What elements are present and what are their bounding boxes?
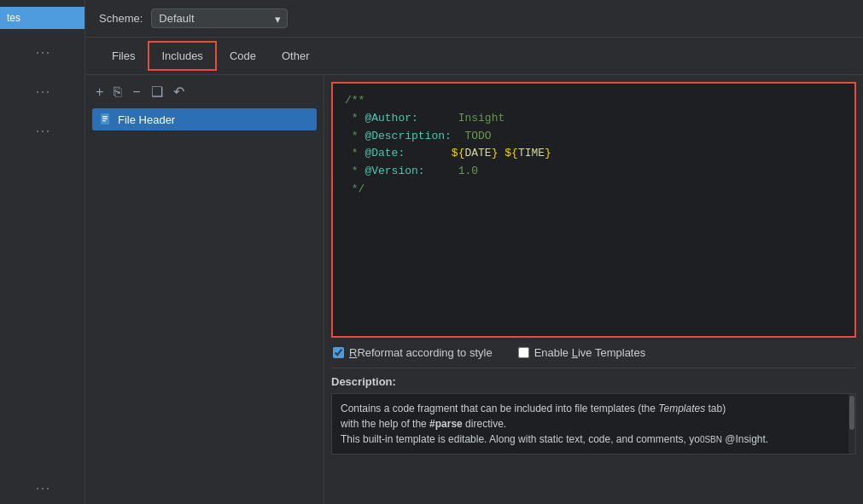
template-name-file-header: File Header (118, 113, 175, 126)
description-box: Contains a code fragment that can be inc… (331, 393, 856, 455)
sidebar-dots-1: ⋯ (35, 43, 50, 61)
template-item-file-header[interactable]: File Header (92, 108, 317, 130)
sidebar-dots-4: ⋯ (35, 478, 50, 497)
tab-other[interactable]: Other (269, 42, 323, 70)
code-editor[interactable]: /** * @Author: Insight * @Description: T… (331, 82, 856, 338)
code-line-1: /** (345, 92, 843, 110)
duplicate-button[interactable]: ❑ (148, 82, 166, 101)
tab-code[interactable]: Code (217, 42, 269, 70)
description-title: Description: (331, 375, 856, 388)
code-line-6: */ (345, 181, 843, 199)
sidebar: tes ⋯ ⋯ ⋯ ⋯ (0, 0, 85, 504)
live-templates-label: Enable Live Templates (534, 346, 646, 359)
template-list-panel: + ⎘ − ❑ ↶ File Header (85, 75, 324, 504)
svg-rect-3 (102, 120, 106, 121)
scheme-row: Scheme: Default Custom (85, 0, 863, 38)
reformat-checkbox[interactable] (333, 347, 344, 358)
live-templates-checkbox-label[interactable]: Enable Live Templates (518, 346, 646, 359)
file-header-icon (99, 113, 113, 126)
reset-button[interactable]: ↶ (170, 82, 188, 101)
sidebar-dots-3: ⋯ (35, 121, 50, 140)
scheme-select[interactable]: Default Custom (151, 9, 288, 28)
options-row: RReformat according to style Enable Live… (331, 338, 856, 368)
scheme-select-wrapper: Default Custom (151, 9, 288, 28)
description-scrollbar[interactable] (848, 394, 855, 454)
sidebar-dots-2: ⋯ (35, 82, 50, 101)
tab-files[interactable]: Files (99, 42, 148, 70)
scheme-label: Scheme: (99, 12, 143, 25)
sidebar-item-tes[interactable]: tes (0, 7, 85, 29)
content-area: + ⎘ − ❑ ↶ File Header /** (85, 75, 863, 504)
description-section: Description: Contains a code fragment th… (331, 368, 856, 455)
toolbar: + ⎘ − ❑ ↶ (92, 82, 317, 101)
svg-rect-1 (102, 116, 108, 117)
tabs-row: Files Includes Code Other (85, 38, 863, 75)
copy-button[interactable]: ⎘ (110, 83, 125, 101)
svg-rect-2 (102, 119, 108, 119)
remove-button[interactable]: − (129, 83, 143, 101)
code-line-4: * @Date: ${DATE} ${TIME} (345, 145, 843, 163)
main-panel: Scheme: Default Custom Files Includes Co… (85, 0, 863, 504)
code-line-3: * @Description: TODO (345, 128, 843, 146)
description-scrollbar-thumb (849, 396, 854, 430)
reformat-checkbox-label[interactable]: RReformat according to style (333, 346, 493, 359)
add-button[interactable]: + (92, 83, 107, 101)
editor-panel: /** * @Author: Insight * @Description: T… (324, 75, 863, 504)
code-line-5: * @Version: 1.0 (345, 163, 843, 181)
tab-includes[interactable]: Includes (148, 41, 216, 71)
code-line-2: * @Author: Insight (345, 110, 843, 128)
reformat-label: RReformat according to style (349, 346, 493, 359)
live-templates-checkbox[interactable] (518, 347, 529, 358)
